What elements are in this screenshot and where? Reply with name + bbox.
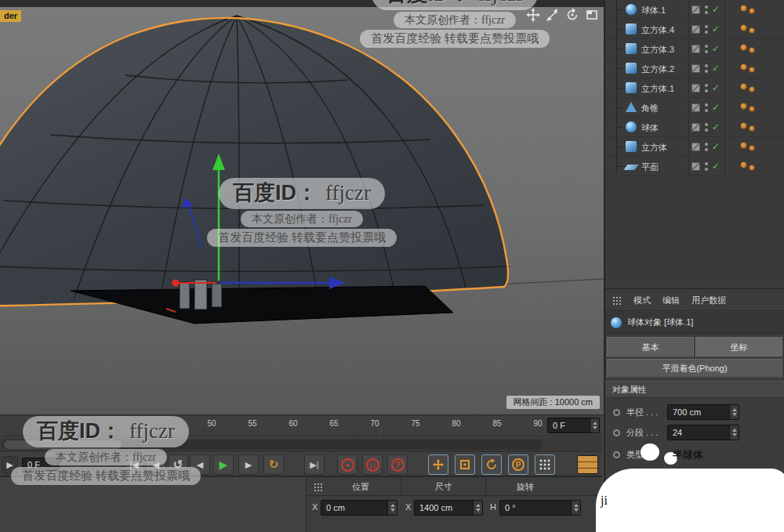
record-keyframe-button[interactable]: ● (337, 454, 358, 475)
layer-square-icon[interactable] (691, 162, 700, 171)
tag-dots-icon[interactable] (740, 161, 759, 172)
object-row-cube2[interactable]: 立方体.2 ✓ (605, 59, 784, 78)
ground-plane-object (71, 286, 453, 324)
dots-grid-icon (539, 458, 551, 471)
coordinate-system-button[interactable]: P (508, 454, 528, 475)
menu-user-data[interactable]: 用户数据 (691, 295, 726, 306)
visibility-dots-icon[interactable] (705, 143, 708, 151)
object-row-cube[interactable]: 立方体 ✓ (605, 137, 784, 157)
rotation-header: 旋转 (517, 481, 534, 493)
type-value[interactable]: 半球体 (673, 448, 703, 462)
enabled-check-icon[interactable]: ✓ (712, 63, 720, 74)
stepper[interactable] (387, 501, 397, 515)
layer-square-icon[interactable] (691, 64, 700, 73)
visibility-dots-icon[interactable] (705, 103, 708, 112)
visibility-dots-icon[interactable] (705, 162, 708, 171)
position-x-field[interactable]: 0 cm (321, 500, 397, 516)
visibility-dots-icon[interactable] (705, 45, 708, 53)
watermark-line1: 本文原创作者：ffjczr (394, 12, 516, 29)
tag-dots-icon[interactable] (740, 44, 759, 55)
keyframe-options-button[interactable]: ? (387, 454, 408, 475)
enabled-check-icon[interactable]: ✓ (712, 43, 720, 54)
tag-dots-icon[interactable] (740, 5, 759, 16)
content-browser-icon[interactable] (577, 455, 598, 474)
layer-square-icon[interactable] (691, 45, 700, 53)
object-row-cube3[interactable]: 立方体.3 ✓ (605, 39, 784, 59)
key-radio-icon[interactable] (613, 409, 620, 416)
coordinates-row: X 0 cm X 1400 cm H 0 ° (307, 496, 602, 519)
tab-basic[interactable]: 基本 (607, 337, 694, 357)
visibility-dots-icon[interactable] (705, 64, 708, 73)
watermark-line1: 本文原创作者：ffjczr (241, 211, 363, 228)
tab-phong[interactable]: 平滑着色(Phong) (607, 359, 782, 378)
enabled-check-icon[interactable]: ✓ (712, 102, 720, 113)
enabled-check-icon[interactable]: ✓ (712, 24, 720, 34)
scale-tool-button[interactable] (455, 454, 475, 475)
tab-coordinates[interactable]: 坐标 (695, 337, 782, 357)
cube-icon (626, 24, 637, 34)
enabled-check-icon[interactable]: ✓ (712, 4, 720, 15)
cube-icon (626, 43, 637, 54)
visibility-dots-icon[interactable] (705, 84, 708, 92)
timeline-tick: 85 (492, 419, 501, 428)
layer-square-icon[interactable] (691, 143, 700, 151)
viewport[interactable]: der 网格间距 : 10000 cm 百度ID：ffjcz (0, 0, 604, 415)
visibility-dots-icon[interactable] (705, 25, 708, 34)
rotate-view-icon[interactable] (565, 8, 579, 22)
watermark-line2: 首发百度经验 转载要点赞投票哦 (207, 229, 397, 247)
frame-stepper[interactable] (590, 418, 599, 432)
layer-square-icon[interactable] (691, 123, 700, 132)
layer-square-icon[interactable] (691, 25, 700, 34)
enabled-check-icon[interactable]: ✓ (712, 82, 720, 93)
radius-label: 半径 . . . (626, 407, 667, 418)
layer-square-icon[interactable] (691, 5, 700, 14)
autokey-button[interactable]: ( ) (362, 454, 383, 475)
layer-square-icon[interactable] (691, 84, 700, 92)
object-row-cube1[interactable]: 立方体.1 ✓ (605, 78, 784, 98)
segments-field[interactable]: 24 (667, 425, 739, 440)
object-manager: 球体.1 ✓ 立方体.4 ✓ 立方体.3 ✓ (605, 0, 784, 289)
tag-dots-icon[interactable] (740, 24, 759, 35)
right-panel: 球体.1 ✓ 立方体.4 ✓ 立方体.3 ✓ (604, 0, 784, 532)
play-button[interactable]: ▶ (213, 454, 234, 475)
rotate-tool-button[interactable] (481, 454, 502, 475)
goto-end-button[interactable]: ▶| (304, 454, 325, 475)
timeline-tick: 60 (289, 419, 297, 428)
stepper[interactable] (571, 501, 580, 515)
object-row-cube4[interactable]: 立方体.4 ✓ (605, 20, 784, 39)
watermark-title: 百度ID：ffjczr (23, 416, 189, 447)
stepper[interactable] (473, 501, 482, 515)
tag-dots-icon[interactable] (740, 63, 759, 74)
toggle-view-icon[interactable] (585, 8, 599, 22)
tag-dots-icon[interactable] (740, 103, 759, 114)
snap-grid-button[interactable] (535, 454, 555, 475)
next-frame-button[interactable]: ▶ (238, 454, 259, 475)
tag-dots-icon[interactable] (740, 142, 759, 153)
object-row-pyramid[interactable]: 角锥 ✓ (605, 98, 784, 118)
object-row-plane[interactable]: 平面 ✓ (605, 157, 784, 176)
visibility-dots-icon[interactable] (705, 123, 708, 132)
size-x-field[interactable]: 1400 cm (414, 500, 483, 516)
visibility-dots-icon[interactable] (705, 5, 708, 14)
stepper[interactable] (729, 425, 739, 440)
move-tool-button[interactable] (428, 454, 448, 475)
enabled-check-icon[interactable]: ✓ (712, 161, 720, 172)
key-radio-icon[interactable] (613, 429, 620, 436)
layer-square-icon[interactable] (691, 103, 700, 112)
enabled-check-icon[interactable]: ✓ (712, 141, 720, 152)
menu-mode[interactable]: 模式 (633, 295, 651, 306)
sphere-icon (626, 4, 637, 15)
loop-button[interactable]: ↻ (263, 454, 284, 475)
radius-field[interactable]: 700 cm (667, 404, 739, 420)
hemisphere-object (0, 18, 508, 307)
stepper[interactable] (729, 405, 739, 419)
menu-edit[interactable]: 编辑 (662, 295, 680, 306)
tag-dots-icon[interactable] (740, 83, 759, 94)
tag-dots-icon[interactable] (740, 122, 759, 133)
current-frame-field[interactable]: 0 F (547, 418, 600, 433)
object-row-sphere1[interactable]: 球体.1 ✓ (605, 0, 784, 20)
rotation-h-field[interactable]: 0 ° (499, 500, 581, 516)
key-radio-icon[interactable] (613, 451, 620, 458)
object-row-sphere[interactable]: 球体 ✓ (605, 118, 784, 137)
enabled-check-icon[interactable]: ✓ (712, 121, 720, 132)
